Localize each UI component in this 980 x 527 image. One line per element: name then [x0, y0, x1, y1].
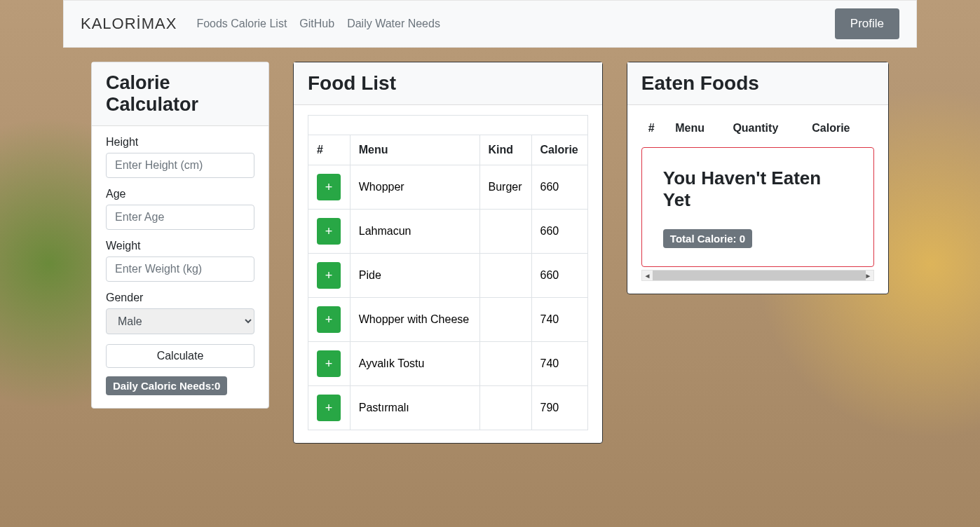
cell-calorie: 790 [531, 386, 587, 430]
scroll-right-icon[interactable]: ► [863, 271, 873, 280]
cell-kind [479, 210, 531, 254]
weight-label: Weight [106, 240, 254, 252]
eaten-scroll: # Menu Quantity Calorie You Haven't Eate… [641, 115, 874, 281]
navbar: KALORİMAX Foods Calorie List GitHub Dail… [63, 0, 917, 48]
add-food-button[interactable]: + [317, 306, 341, 333]
table-header-row: # Menu Kind Calorie [308, 135, 588, 165]
col-kind: Kind [479, 135, 531, 165]
card-body: # Menu Quantity Calorie You Haven't Eate… [627, 105, 888, 294]
col-calorie: Calorie [531, 135, 587, 165]
col-num: # [641, 115, 668, 142]
cell-calorie: 740 [531, 298, 587, 342]
table-header-row: # Menu Quantity Calorie [641, 115, 874, 142]
col-qty: Quantity [726, 115, 805, 142]
cell-menu: Pastırmalı [350, 386, 479, 430]
col-num: # [308, 135, 351, 165]
col-menu: Menu [350, 135, 479, 165]
cell-kind: Burger [479, 165, 531, 210]
calculate-button[interactable]: Calculate [106, 344, 254, 368]
table-row: +Pastırmalı790 [308, 386, 588, 430]
col-menu: Menu [668, 115, 726, 142]
height-input[interactable] [106, 153, 254, 178]
cell-menu: Ayvalık Tostu [350, 342, 479, 386]
height-label: Height [106, 136, 254, 149]
cell-calorie: 660 [531, 210, 587, 254]
gender-select[interactable]: Male [106, 308, 254, 334]
cell-kind [479, 386, 531, 430]
table-row: +Whopper with Cheese740 [308, 298, 588, 342]
food-table: # Menu Kind Calorie +WhopperBurger660+La… [308, 115, 588, 430]
main-row: Calorie Calculator Height Age Weight Gen… [0, 48, 980, 458]
cell-calorie: 740 [531, 342, 587, 386]
card-title: Eaten Foods [641, 72, 874, 95]
scroll-left-icon[interactable]: ◄ [642, 271, 653, 280]
nav-foods-calorie-list[interactable]: Foods Calorie List [196, 18, 287, 30]
age-input[interactable] [106, 205, 254, 230]
food-list-card: Food List # Menu Kind Calorie +WhopperBu… [293, 62, 603, 444]
card-header: Food List [294, 62, 602, 105]
calorie-calculator-card: Calorie Calculator Height Age Weight Gen… [91, 62, 269, 409]
add-food-button[interactable]: + [317, 174, 341, 200]
cell-calorie: 660 [531, 165, 587, 210]
cell-kind [479, 254, 531, 298]
col-calorie: Calorie [805, 115, 874, 142]
eaten-table: # Menu Quantity Calorie [641, 115, 874, 142]
table-row: +Ayvalık Tostu740 [308, 342, 588, 386]
nav-daily-water-needs[interactable]: Daily Water Needs [347, 18, 440, 30]
profile-button[interactable]: Profile [835, 8, 899, 39]
card-title: Calorie Calculator [106, 72, 254, 116]
card-body: # Menu Kind Calorie +WhopperBurger660+La… [294, 105, 602, 443]
add-food-button[interactable]: + [317, 350, 341, 377]
cell-calorie: 660 [531, 254, 587, 298]
card-body: Height Age Weight Gender Male Calculate … [92, 126, 268, 408]
table-row: +Lahmacun660 [308, 210, 588, 254]
age-label: Age [106, 188, 254, 200]
eaten-empty-title: You Haven't Eaten Yet [663, 167, 852, 211]
nav-github[interactable]: GitHub [299, 18, 334, 30]
total-calorie-badge: Total Calorie: 0 [663, 229, 752, 248]
add-food-button[interactable]: + [317, 218, 341, 245]
scroll-thumb[interactable] [653, 271, 866, 280]
table-row: +Pide660 [308, 254, 588, 298]
table-row: +WhopperBurger660 [308, 165, 588, 210]
cell-kind [479, 342, 531, 386]
daily-need-badge: Daily Caloric Needs:0 [106, 376, 227, 395]
cell-kind [479, 298, 531, 342]
food-search-row [308, 116, 588, 135]
card-header: Eaten Foods [627, 62, 888, 105]
add-food-button[interactable]: + [317, 262, 341, 289]
cell-menu: Whopper [350, 165, 479, 210]
cell-menu: Lahmacun [350, 210, 479, 254]
card-title: Food List [308, 72, 588, 95]
weight-input[interactable] [106, 256, 254, 282]
eaten-foods-card: Eaten Foods # Menu Quantity Calorie You … [627, 62, 889, 294]
food-scroll[interactable]: # Menu Kind Calorie +WhopperBurger660+La… [308, 115, 588, 430]
card-header: Calorie Calculator [92, 62, 268, 126]
nav-links: Foods Calorie List GitHub Daily Water Ne… [196, 18, 834, 30]
horizontal-scrollbar[interactable]: ◄ ► [641, 270, 874, 281]
add-food-button[interactable]: + [317, 395, 341, 421]
gender-label: Gender [106, 292, 254, 304]
cell-menu: Pide [350, 254, 479, 298]
cell-menu: Whopper with Cheese [350, 298, 479, 342]
brand: KALORİMAX [81, 15, 177, 33]
eaten-empty-alert: You Haven't Eaten Yet Total Calorie: 0 [641, 147, 874, 267]
